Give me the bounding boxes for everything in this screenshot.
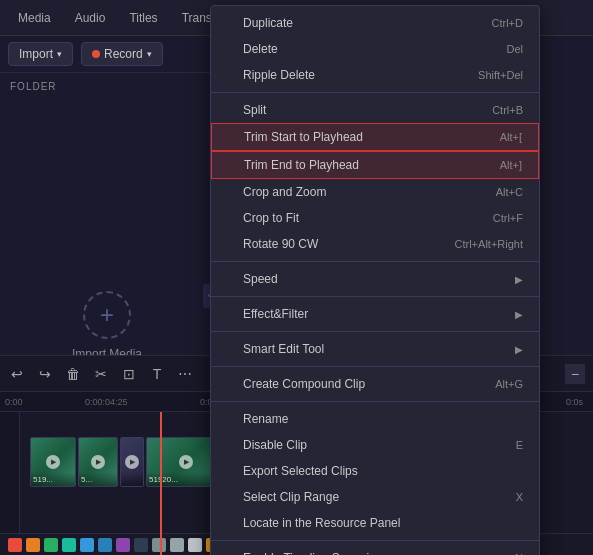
ctx-label-smart-edit: Smart Edit Tool xyxy=(243,342,515,356)
import-label: Import xyxy=(19,47,53,61)
ctx-shortcut-crop-fit: Ctrl+F xyxy=(493,212,523,224)
color-swatch-5[interactable] xyxy=(98,538,112,552)
ctx-shortcut-split: Ctrl+B xyxy=(492,104,523,116)
color-swatch-7[interactable] xyxy=(134,538,148,552)
import-record-area: Import ▾ Record ▾ xyxy=(0,36,214,73)
ctx-shortcut-select-range: X xyxy=(516,491,523,503)
ctx-item-compound-clip[interactable]: Create Compound ClipAlt+G xyxy=(211,371,539,397)
clip-strip: ▶ 519... ▶ 5... ▶ ▶ 51920... xyxy=(30,432,226,492)
ctx-shortcut-crop-zoom: Alt+C xyxy=(496,186,523,198)
ctx-label-delete: Delete xyxy=(243,42,486,56)
record-chevron-icon: ▾ xyxy=(147,49,152,59)
color-swatch-9[interactable] xyxy=(170,538,184,552)
ctx-arrow-smart-edit: ▶ xyxy=(515,344,523,355)
ctx-arrow-effect-filter: ▶ xyxy=(515,309,523,320)
ruler-mark-3: 0:0s xyxy=(566,397,583,407)
ctx-item-crop-fit[interactable]: Crop to FitCtrl+F xyxy=(211,205,539,231)
color-swatch-2[interactable] xyxy=(44,538,58,552)
context-menu-divider xyxy=(211,401,539,402)
ctx-arrow-speed: ▶ xyxy=(515,274,523,285)
ctx-label-speed: Speed xyxy=(243,272,515,286)
ctx-item-trim-end[interactable]: Trim End to PlayheadAlt+] xyxy=(211,151,539,179)
clip-2-play-icon[interactable]: ▶ xyxy=(91,455,105,469)
ctx-item-crop-zoom[interactable]: Crop and ZoomAlt+C xyxy=(211,179,539,205)
ctx-shortcut-compound-clip: Alt+G xyxy=(495,378,523,390)
color-swatch-10[interactable] xyxy=(188,538,202,552)
record-button[interactable]: Record ▾ xyxy=(82,43,162,65)
playhead[interactable] xyxy=(160,412,162,555)
clip-1-play-icon[interactable]: ▶ xyxy=(46,455,60,469)
ctx-label-duplicate: Duplicate xyxy=(243,16,472,30)
context-menu-divider xyxy=(211,331,539,332)
tab-titles[interactable]: Titles xyxy=(119,7,167,29)
import-btn-group: Import ▾ xyxy=(8,42,73,66)
ctx-check-timeline-snapping: ✓ xyxy=(227,552,243,556)
ctx-label-export-selected: Export Selected Clips xyxy=(243,464,523,478)
ctx-item-effect-filter[interactable]: Effect&Filter▶ xyxy=(211,301,539,327)
clip-1-label: 519... xyxy=(33,475,53,484)
crop-icon[interactable]: ⊡ xyxy=(120,365,138,383)
clip-3-play-icon[interactable]: ▶ xyxy=(125,455,139,469)
clip-2-label: 5... xyxy=(81,475,92,484)
clip-1[interactable]: ▶ 519... xyxy=(30,437,76,487)
context-menu-divider xyxy=(211,366,539,367)
more-icon[interactable]: ⋯ xyxy=(176,365,194,383)
ctx-label-split: Split xyxy=(243,103,472,117)
ctx-item-select-range[interactable]: Select Clip RangeX xyxy=(211,484,539,510)
ctx-item-export-selected[interactable]: Export Selected Clips xyxy=(211,458,539,484)
ctx-item-smart-edit[interactable]: Smart Edit Tool▶ xyxy=(211,336,539,362)
text-icon[interactable]: T xyxy=(148,365,166,383)
ctx-item-rename[interactable]: Rename xyxy=(211,406,539,432)
ctx-item-delete[interactable]: DeleteDel xyxy=(211,36,539,62)
color-swatch-8[interactable] xyxy=(152,538,166,552)
ctx-item-duplicate[interactable]: DuplicateCtrl+D xyxy=(211,10,539,36)
clip-3[interactable]: ▶ xyxy=(120,437,144,487)
scissors-icon[interactable]: ✂ xyxy=(92,365,110,383)
ctx-label-select-range: Select Clip Range xyxy=(243,490,496,504)
context-menu-divider xyxy=(211,296,539,297)
context-menu-divider xyxy=(211,540,539,541)
redo-button[interactable]: ↪ xyxy=(36,365,54,383)
context-menu-divider xyxy=(211,261,539,262)
ctx-item-disable-clip[interactable]: Disable ClipE xyxy=(211,432,539,458)
ctx-item-trim-start[interactable]: Trim Start to PlayheadAlt+[ xyxy=(211,123,539,151)
record-btn-group: Record ▾ xyxy=(81,42,163,66)
ctx-label-effect-filter: Effect&Filter xyxy=(243,307,515,321)
ctx-item-locate-resource[interactable]: Locate in the Resource Panel xyxy=(211,510,539,536)
color-swatch-6[interactable] xyxy=(116,538,130,552)
record-label: Record xyxy=(104,47,143,61)
ctx-shortcut-ripple-delete: Shift+Del xyxy=(478,69,523,81)
ctx-shortcut-rotate: Ctrl+Alt+Right xyxy=(455,238,523,250)
tab-media[interactable]: Media xyxy=(8,7,61,29)
ctx-item-timeline-snapping[interactable]: ✓Enable Timeline SnappingN xyxy=(211,545,539,555)
delete-icon[interactable]: 🗑 xyxy=(64,365,82,383)
clip-4-play-icon[interactable]: ▶ xyxy=(179,455,193,469)
ctx-label-trim-start: Trim Start to Playhead xyxy=(244,130,480,144)
clip-2[interactable]: ▶ 5... xyxy=(78,437,118,487)
ctx-item-ripple-delete[interactable]: Ripple DeleteShift+Del xyxy=(211,62,539,88)
record-dot-icon xyxy=(92,50,100,58)
ctx-label-trim-end: Trim End to Playhead xyxy=(244,158,480,172)
add-media-button[interactable]: + xyxy=(83,291,131,339)
color-swatch-4[interactable] xyxy=(80,538,94,552)
folder-label: FOLDER xyxy=(0,73,214,96)
tab-audio[interactable]: Audio xyxy=(65,7,116,29)
ctx-item-split[interactable]: SplitCtrl+B xyxy=(211,97,539,123)
undo-button[interactable]: ↩ xyxy=(8,365,26,383)
color-swatch-0[interactable] xyxy=(8,538,22,552)
ctx-label-rotate: Rotate 90 CW xyxy=(243,237,435,251)
ruler-mark-1: 0:00:04:25 xyxy=(85,397,128,407)
timeline-zoom-out-button[interactable]: − xyxy=(565,364,585,384)
ctx-label-rename: Rename xyxy=(243,412,523,426)
import-button[interactable]: Import ▾ xyxy=(9,43,72,65)
ctx-item-speed[interactable]: Speed▶ xyxy=(211,266,539,292)
ctx-shortcut-trim-start: Alt+[ xyxy=(500,131,522,143)
ctx-label-crop-fit: Crop to Fit xyxy=(243,211,473,225)
ctx-label-crop-zoom: Crop and Zoom xyxy=(243,185,476,199)
color-swatch-1[interactable] xyxy=(26,538,40,552)
import-chevron-icon: ▾ xyxy=(57,49,62,59)
color-swatch-3[interactable] xyxy=(62,538,76,552)
ctx-shortcut-delete: Del xyxy=(506,43,523,55)
clip-4-label: 51920... xyxy=(149,475,178,484)
ctx-item-rotate[interactable]: Rotate 90 CWCtrl+Alt+Right xyxy=(211,231,539,257)
